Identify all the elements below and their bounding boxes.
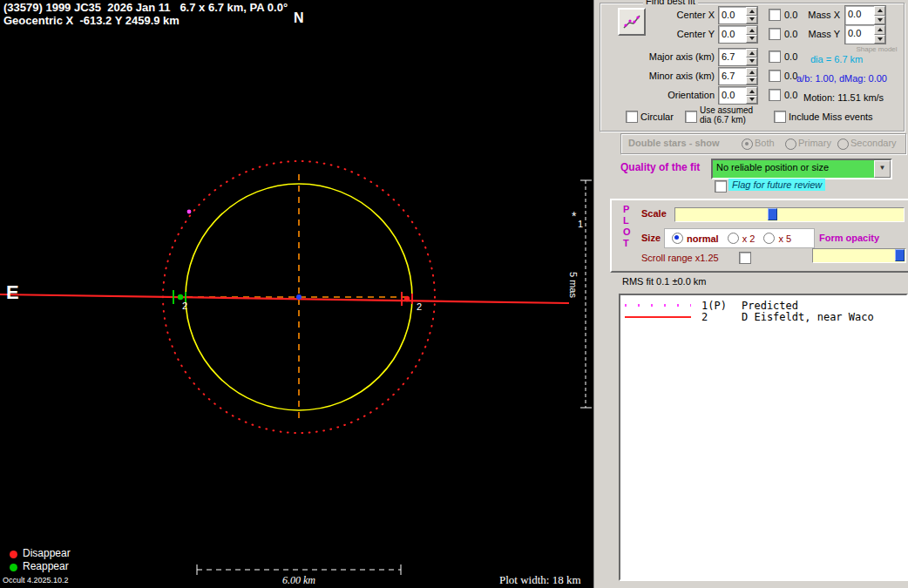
size-label: Size [641,233,661,244]
mass-y-down-icon[interactable] [874,35,885,44]
star-marker: * [572,209,576,223]
size-x5-radio[interactable] [763,233,775,244]
major-axis-up-icon[interactable] [746,49,757,57]
minor-axis-error-checkbox[interactable] [769,70,781,82]
mass-x-value[interactable]: 0.0 [845,6,874,24]
use-assumed-dia-checkbox[interactable] [685,111,697,123]
minor-axis-value[interactable]: 6.7 [719,68,746,84]
mass-x-up-icon[interactable] [874,6,885,16]
quality-combobox-value: No reliable position or size [713,160,874,178]
occultation-plot-canvas[interactable] [0,0,593,588]
use-assumed-label-line2[interactable]: dia (6.7 km) [700,114,746,125]
double-stars-primary-radio [785,139,796,150]
mass-y-up-icon[interactable] [874,25,885,35]
chord-listbox[interactable]: 1(P) Predicted 2 D Eisfeldt, near Waco [619,294,908,581]
minor-axis-down-icon[interactable] [746,77,757,85]
include-miss-events-checkbox[interactable] [774,111,786,123]
orientation-value[interactable]: 0.0 [719,87,746,104]
minor-axis-label: Minor axis (km) [603,71,715,82]
quality-of-fit-label: Quality of the fit [620,162,700,173]
major-axis-label: Major axis (km) [603,51,715,63]
chord-list-row-predicted[interactable]: 1(P) Predicted [620,300,906,311]
plot-letter-t: T [623,238,629,249]
center-x-up-icon[interactable] [746,7,757,16]
scroll-range-checkbox[interactable] [739,252,751,264]
circular-checkbox[interactable] [626,111,638,123]
minor-axis-error-value: 0.0 [784,71,797,82]
chord-2-line[interactable] [0,294,569,303]
combo-dropdown-icon[interactable]: ▼ [874,160,891,178]
circular-label[interactable]: Circular [640,112,674,123]
mass-x-label: Mass X [803,10,840,21]
disappear-legend-dot [10,551,17,558]
center-y-error-checkbox[interactable] [769,28,781,40]
minor-axis-up-icon[interactable] [746,68,757,77]
scale-slider-thumb[interactable] [768,208,777,220]
ab-dmag-label: a/b: 1.00, dMag: 0.00 [796,73,887,84]
find-best-fit-title: Find best fit [643,0,698,6]
north-label: N [294,10,304,26]
double-stars-both-label: Both [755,138,775,149]
scale-slider-label: Scale [641,208,667,220]
mass-y-spinner[interactable]: 0.0 [844,24,886,44]
orientation-up-icon[interactable] [746,87,757,96]
scroll-range-label[interactable]: Scroll range x1.25 [641,253,719,264]
center-y-error-value: 0.0 [784,29,797,40]
size-x2-option[interactable]: x 2 [728,233,756,244]
center-x-error-checkbox[interactable] [769,9,781,21]
major-axis-down-icon[interactable] [746,57,757,66]
motion-label: Motion: 11.51 km/s [803,92,884,104]
center-y-spinner[interactable]: 0.0 [718,25,758,44]
application-window: (33579) 1999 JC35 2026 Jan 11 6.7 x 6.7 … [0,0,908,588]
center-y-down-icon[interactable] [746,35,757,44]
mass-y-value[interactable]: 0.0 [845,25,874,44]
size-x5-option[interactable]: x 5 [763,233,791,244]
scale-slider[interactable] [674,207,905,222]
center-x-down-icon[interactable] [746,16,757,24]
double-stars-secondary-radio [837,139,849,150]
plot-area[interactable]: (33579) 1999 JC35 2026 Jan 11 6.7 x 6.7 … [0,0,593,588]
major-axis-value[interactable]: 6.7 [719,49,746,65]
double-stars-secondary-label: Secondary [850,138,897,149]
flag-review-checkbox[interactable] [715,180,727,193]
east-label: E [6,281,19,304]
size-option-group: normal x 2 x 5 [664,228,815,248]
disappear-point [404,296,410,301]
chord-name: D Eisfeldt, near Waco [742,311,874,323]
flag-review-label[interactable]: Flag for future review [728,179,825,191]
control-panel: Find best fit Center X 0.0 0.0 Mass X 0.… [593,0,908,588]
orientation-error-checkbox[interactable] [769,89,781,101]
center-y-up-icon[interactable] [746,26,757,35]
center-x-error-value: 0.0 [784,10,797,21]
form-opacity-slider-thumb[interactable] [895,249,905,261]
minor-axis-spinner[interactable]: 6.7 [718,67,758,85]
form-opacity-slider[interactable] [812,248,906,263]
center-x-spinner[interactable]: 0.0 [718,6,758,24]
quality-combobox[interactable]: No reliable position or size ▼ [711,159,892,179]
major-axis-spinner[interactable]: 6.7 [718,48,758,66]
size-normal-option[interactable]: normal [672,233,719,244]
chord-name: Predicted [742,300,798,312]
rms-fit-label: RMS fit 0.1 ±0.0 km [622,276,707,287]
mass-x-spinner[interactable]: 0.0 [844,5,886,25]
plot-subtitle-geocentric: Geocentric X -613.2 Y 2459.9 km [3,14,180,27]
plot-title: (33579) 1999 JC35 2026 Jan 11 6.7 x 6.7 … [3,1,288,14]
orientation-spinner[interactable]: 0.0 [718,86,758,105]
major-axis-error-checkbox[interactable] [769,51,781,63]
reappear-legend-dot [10,564,17,571]
include-miss-events-label[interactable]: Include Miss events [789,112,873,123]
orientation-down-icon[interactable] [746,96,757,105]
size-normal-radio[interactable] [672,233,683,244]
center-point [296,294,302,300]
chord-list-row-observed[interactable]: 2 D Eisfeldt, near Waco [620,311,906,322]
center-x-value[interactable]: 0.0 [719,7,746,24]
chord-label-left: 2 [182,301,187,311]
double-stars-title: Double stars - show [628,138,720,149]
double-stars-both-radio [742,139,753,150]
size-x2-radio[interactable] [728,233,739,244]
major-axis-error-value: 0.0 [784,51,797,63]
form-opacity-label: Form opacity [819,233,879,244]
mass-x-down-icon[interactable] [874,16,885,25]
center-x-label: Center X [603,10,715,21]
center-y-value[interactable]: 0.0 [719,26,746,43]
